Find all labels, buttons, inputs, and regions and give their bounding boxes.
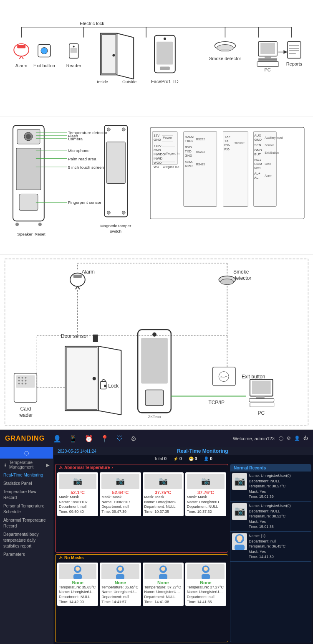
power-icon[interactable]: ⏻ [303,436,308,442]
svg-point-11 [112,54,115,57]
cards-grid: ⚠ Abnormal Temperature › 📷 52.1°C [53,462,313,644]
svg-text:RX-: RX- [225,147,230,151]
card-info-4: Mask: Mask Name: UnregisterUser(0) Depar… [187,495,225,515]
svg-point-170 [22,383,23,385]
no-mask-info-2: Temperature: 35.65°C Name: UnregisterUse… [101,585,139,605]
unregistered-count: 0 [210,456,212,461]
sidebar-item-abnormal[interactable]: Abnormal Temperature Record [0,516,53,530]
normal-record-img-2: 📷 [232,503,247,520]
person-icon: 👤 [204,456,209,461]
svg-text:Card: Card [20,406,31,412]
system-diagram-section: Electric lock Inside Outside Alarm Exit … [0,0,313,117]
svg-text:Ethernet: Ethernet [233,142,244,145]
sidebar-item-realtime[interactable]: Real-Time Monitoring [0,471,53,479]
nav-shield-icon[interactable]: 🛡 [116,435,123,442]
svg-point-155 [93,377,96,380]
svg-point-58 [15,223,19,226]
no-mask-info-4: Temperature: 37.27°C Name: UnregisterUse… [187,585,225,605]
svg-text:Wiegand out: Wiegand out [163,165,179,169]
settings-icon[interactable]: ⚙ [287,436,291,442]
nav-clock-icon[interactable]: ⏰ [85,435,93,443]
card-info-3: Mask: Mask Name: UnregisterUser(0) Depar… [144,495,182,515]
svg-text:TCP/IP: TCP/IP [208,400,225,406]
no-mask-img-1 [59,564,96,579]
no-mask-card-4: None Temperature: 37.27°C Name: Unregist… [185,563,226,606]
svg-text:TX+: TX+ [225,135,231,139]
stat-abnormal: ⚡ 0 [173,456,182,461]
svg-text:RX-: RX- [225,143,230,147]
svg-text:GND: GND [254,138,262,142]
svg-text:RXD2: RXD2 [185,135,194,139]
svg-text:Outside: Outside [122,79,137,84]
abnormal-card-1: 📷 52.1°C Mask: Mask Name: 19961107 Depar… [57,472,98,516]
expand-icon: ▶ [46,463,50,467]
svg-text:Camera: Camera [68,137,83,141]
svg-text:Smoke: Smoke [233,269,249,275]
card-info-2: Mask: Mask Name: 19961107 Department: nu… [101,495,139,515]
user-icon[interactable]: 👤 [294,436,300,442]
sidebar-item-statistics[interactable]: Statistics Panel [0,479,53,488]
svg-text:TXD2: TXD2 [185,139,194,143]
content-area: 2020-05-25 14:41:24 Real-Time Monitoring… [53,447,313,644]
svg-text:5 inch touch screen: 5 inch touch screen [68,165,104,170]
svg-text:INWDO: INWDO [154,152,165,156]
svg-text:ZKTeco: ZKTeco [148,415,161,419]
svg-point-144 [220,279,234,285]
sidebar-clock-icon: ◯ [24,451,29,455]
nav-person-icon[interactable]: 👤 [53,435,61,443]
svg-text:NO1: NO1 [254,158,261,162]
svg-point-31 [164,38,166,40]
navbar-action-icons: ⓘ ⚙ 👤 ⏻ [279,436,308,442]
svg-rect-18 [17,45,25,48]
svg-text:📷: 📷 [234,475,246,487]
total-count: 0 [164,456,167,461]
svg-point-59 [38,223,42,226]
mask-icon: 😷 [189,456,194,461]
svg-text:Lock: Lock [265,162,271,165]
info-icon[interactable]: ⓘ [279,436,283,442]
sidebar-item-personal[interactable]: Personal Temperature Schedule [0,502,53,516]
svg-text:RS485: RS485 [196,163,205,166]
nav-gear-icon[interactable]: ⚙ [131,435,136,443]
svg-point-205 [76,567,80,571]
svg-rect-207 [116,574,124,579]
left-panel: ⚠ Abnormal Temperature › 📷 52.1°C [55,464,228,642]
svg-text:Alarm: Alarm [265,174,272,177]
no-mask-img-3 [144,564,182,579]
normal-records-panel: Normal Records 📷 Name: UnregisterUser(0)… [230,464,311,642]
page-title: Real-Time Monitoring [96,448,309,454]
svg-rect-36 [221,49,229,52]
sidebar-item-params[interactable]: Parameters [0,550,53,559]
svg-point-167 [22,380,23,382]
timestamp: 2020-05-25 14:41:24 [58,449,96,454]
svg-point-164 [22,377,23,379]
svg-rect-220 [235,545,245,550]
svg-text:TX: TX [225,139,229,143]
sidebar-item-raw[interactable]: Temperature Raw Record [0,488,53,502]
svg-text:Sensor: Sensor [265,144,274,147]
no-mask-temp-4: None [187,580,225,585]
nav-icons: 👤 📱 ⏰ 📍 🛡 ⚙ [53,435,225,443]
no-mask-title: ⚠ No Masks [56,555,228,561]
temp-icon: 🌡 [3,463,8,467]
svg-text:PC: PC [264,67,270,72]
sidebar-top-icon: ◯ [0,447,53,459]
nav-phone-icon[interactable]: 📱 [69,435,77,443]
nav-location-icon[interactable]: 📍 [101,435,109,443]
svg-text:Reader: Reader [66,63,81,68]
device-diagram-section: Temperature detector Flash Camera Microp… [0,117,313,255]
software-ui-section: GRANDING 👤 📱 ⏰ 📍 🛡 ⚙ Welcome, admin123 ⓘ… [0,430,313,644]
svg-point-179 [152,332,156,337]
svg-rect-56 [16,148,41,190]
svg-rect-213 [202,574,210,579]
svg-text:📷: 📷 [234,505,246,517]
svg-point-23 [41,48,48,54]
sidebar-item-dept[interactable]: Departmental body temperature daily stat… [0,530,53,550]
no-mask-info-3: Temperature: 37.27°C Name: UnregisterUse… [144,585,182,605]
svg-text:Exit button: Exit button [242,374,265,380]
abnormal-expand-icon: › [111,465,113,470]
normal-record-2: 📷 Name: UnregisterUser(0) Department: NU… [230,502,311,532]
svg-point-211 [161,567,165,571]
svg-text:Inside: Inside [97,79,108,84]
svg-text:485A: 485A [185,160,193,164]
